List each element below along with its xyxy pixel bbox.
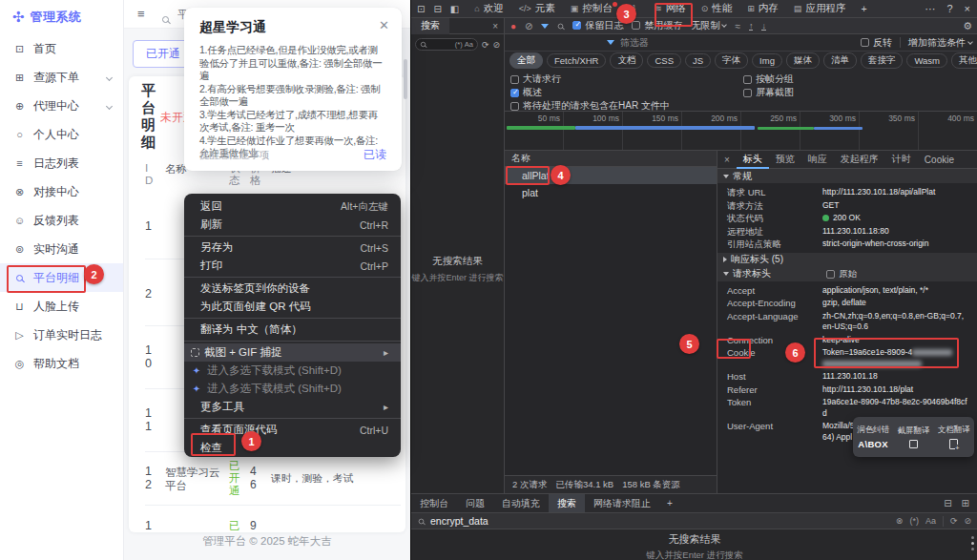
devtools-tab-welcome[interactable]: ⌂欢迎 bbox=[467, 0, 510, 18]
throttling-dropdown[interactable]: 无限制 bbox=[691, 19, 726, 32]
raw-checkbox[interactable]: 原始 bbox=[826, 268, 857, 280]
filter-input[interactable]: 筛选器 bbox=[620, 36, 649, 50]
search-panel-input[interactable]: (*) Aa bbox=[415, 38, 478, 51]
close-icon[interactable]: × bbox=[492, 21, 504, 31]
scrollbar[interactable] bbox=[404, 59, 407, 99]
type-pill-socket[interactable]: 套接字 bbox=[861, 52, 904, 69]
close-icon[interactable]: ✕ bbox=[379, 18, 389, 32]
regex-icon[interactable]: (*) bbox=[909, 516, 919, 526]
sidebar-item-home[interactable]: ⊡首页 bbox=[0, 34, 123, 63]
menu-item-view-source[interactable]: 查看页面源代码Ctrl+U bbox=[184, 421, 401, 439]
menu-item-multiselect-download[interactable]: ✦进入多选下载模式 (Shift+D) bbox=[184, 380, 401, 398]
search-icon[interactable] bbox=[557, 20, 564, 31]
type-pill-media[interactable]: 媒体 bbox=[786, 52, 820, 69]
type-pill-font[interactable]: 字体 bbox=[715, 52, 748, 69]
dock-side-icon[interactable]: ◧ bbox=[450, 4, 459, 14]
screenshot-translate-tool[interactable]: 截屏翻译 bbox=[893, 417, 933, 457]
sidebar-item-profile[interactable]: ○个人中心 bbox=[0, 120, 123, 149]
menu-item-save-as[interactable]: 另存为Ctrl+S bbox=[184, 239, 401, 257]
devtools-tab-performance[interactable]: ⊙性能 bbox=[694, 0, 740, 18]
record-icon[interactable]: ● bbox=[510, 21, 516, 31]
request-headers-section[interactable]: 请求标头 原始 bbox=[717, 267, 977, 281]
clear-icon[interactable]: ⊘ bbox=[492, 40, 500, 50]
type-pill-other[interactable]: 其他 bbox=[951, 52, 977, 69]
devtools-tab-memory[interactable]: ⊞内存 bbox=[739, 0, 786, 18]
filter-toggle-icon[interactable] bbox=[541, 24, 549, 29]
search-panel-tab[interactable]: 搜索 bbox=[411, 18, 449, 34]
type-pill-wasm[interactable]: Wasm bbox=[906, 53, 947, 68]
type-pill-doc[interactable]: 文档 bbox=[610, 52, 643, 69]
screenshots-checkbox[interactable]: 屏幕截图 bbox=[743, 86, 794, 99]
menu-item-screenshot-gif[interactable]: 截图 + GIF 捕捉▸ bbox=[184, 343, 401, 362]
request-row-allplat[interactable]: allPlat bbox=[505, 167, 717, 184]
document-translate-tool[interactable]: 文档翻译 bbox=[934, 417, 974, 457]
add-drawer-tab-icon[interactable]: + bbox=[659, 498, 680, 508]
request-list-header[interactable]: 名称 bbox=[505, 151, 717, 167]
group-by-frame-checkbox[interactable]: 按帧分组 bbox=[743, 73, 794, 86]
menu-item-send-to-device[interactable]: 发送标签页到你的设备 bbox=[184, 280, 401, 298]
regex-icon[interactable]: (*) bbox=[455, 40, 463, 49]
menu-item-inspect[interactable]: 检查 bbox=[184, 439, 401, 457]
device-toolbar-icon[interactable]: ⊟ bbox=[433, 4, 441, 14]
request-row-plat[interactable]: plat bbox=[505, 184, 717, 201]
sidebar-item-orders[interactable]: ⊞查源下单 bbox=[0, 63, 123, 92]
sidebar-item-agent-center[interactable]: ⊕代理中心 bbox=[0, 92, 123, 120]
tab-preview[interactable]: 预览 bbox=[769, 151, 801, 169]
refresh-icon[interactable]: ⟳ bbox=[482, 40, 489, 50]
network-conditions-icon[interactable]: ≈ bbox=[735, 21, 740, 31]
devtools-tab-sources[interactable]: { } bbox=[620, 0, 648, 18]
collapse-sidebar-icon[interactable]: ≡ bbox=[137, 7, 145, 21]
help-icon[interactable]: ? bbox=[946, 3, 952, 15]
devtools-tab-elements[interactable]: </>元素 bbox=[511, 0, 563, 18]
preserve-log-checkbox[interactable]: 保留日志 bbox=[572, 19, 623, 32]
drawer-search-bar[interactable]: encrypt_data ⊗ (*) Aa ⟳ ⊘ bbox=[411, 512, 977, 529]
sidebar-item-face-upload[interactable]: ⊔人脸上传 bbox=[0, 292, 123, 321]
devtools-tab-network[interactable]: ≋网络 bbox=[647, 0, 694, 18]
tab-cookies[interactable]: Cookie bbox=[918, 151, 961, 169]
scrollbar[interactable] bbox=[971, 536, 974, 550]
sidebar-item-integration[interactable]: ⊗对接中心 bbox=[0, 177, 123, 206]
clear-results-icon[interactable]: ⊘ bbox=[964, 516, 971, 526]
sidebar-item-order-log[interactable]: ▷订单实时日志 bbox=[0, 321, 123, 349]
export-har-icon[interactable]: ↓ bbox=[761, 22, 766, 31]
match-case-icon[interactable]: Aa bbox=[925, 516, 936, 526]
sidebar-item-realtime-chat[interactable]: ⊚实时沟通 bbox=[0, 235, 123, 263]
overview-checkbox[interactable]: 概述 bbox=[510, 86, 542, 99]
type-pill-js[interactable]: JS bbox=[685, 53, 711, 68]
clear-icon[interactable]: ⊗ bbox=[896, 516, 904, 526]
more-filters-dropdown[interactable]: 增加筛选条件 bbox=[908, 36, 972, 50]
mark-read-button[interactable]: 已读 bbox=[364, 147, 386, 163]
tab-timing[interactable]: 计时 bbox=[885, 151, 918, 169]
sidebar-item-platform-detail[interactable]: 平台明细 bbox=[0, 263, 123, 292]
tab-headers[interactable]: 标头 bbox=[737, 151, 769, 169]
menu-item-create-qr[interactable]: 为此页面创建 QR 代码 bbox=[184, 298, 401, 316]
invert-checkbox[interactable]: 反转 bbox=[861, 36, 892, 50]
type-pill-xhr[interactable]: Fetch/XHR bbox=[547, 53, 606, 68]
refresh-icon[interactable]: ⟳ bbox=[950, 516, 958, 526]
menu-item-reload[interactable]: 刷新Ctrl+R bbox=[184, 216, 401, 234]
sidebar-item-log-list[interactable]: ≡日志列表 bbox=[0, 149, 123, 177]
gear-icon[interactable]: ⚙ bbox=[963, 20, 972, 32]
drawer-tab-network-blocking[interactable]: 网络请求阻止 bbox=[585, 494, 659, 512]
response-headers-section[interactable]: 响应标头 (5) bbox=[717, 253, 977, 267]
tab-initiator[interactable]: 发起程序 bbox=[834, 151, 885, 169]
drawer-tab-issues[interactable]: 问题 bbox=[457, 494, 493, 512]
drawer-tab-console[interactable]: 控制台 bbox=[411, 494, 457, 512]
close-icon[interactable]: × bbox=[717, 155, 737, 165]
tab-response[interactable]: 响应 bbox=[801, 151, 834, 169]
type-pill-css[interactable]: CSS bbox=[647, 53, 681, 68]
table-row[interactable]: 12 智慧学习云平台 已开通 46 课时，测验，考试 bbox=[145, 452, 401, 506]
big-request-rows-checkbox[interactable]: 大请求行 bbox=[510, 73, 561, 86]
add-tab-button[interactable]: + bbox=[853, 0, 874, 18]
match-case-icon[interactable]: Aa bbox=[465, 40, 473, 49]
devtools-tab-application[interactable]: ▤应用程序 bbox=[786, 0, 854, 18]
type-pill-manifest[interactable]: 清单 bbox=[823, 52, 857, 69]
network-overview-timeline[interactable]: 50 ms 100 ms 150 ms 200 ms 250 ms 300 ms… bbox=[505, 111, 977, 151]
drawer-search-input[interactable]: encrypt_data bbox=[430, 515, 488, 527]
inspect-icon[interactable]: ⊡ bbox=[417, 4, 425, 14]
drawer-tab-search[interactable]: 搜索 bbox=[549, 494, 585, 512]
menu-item-more-tools[interactable]: 更多工具▸ bbox=[184, 398, 401, 416]
import-har-icon[interactable]: ↑ bbox=[749, 22, 754, 31]
search-icon[interactable] bbox=[162, 10, 169, 27]
expand-icon[interactable]: ⊞ bbox=[962, 498, 969, 508]
